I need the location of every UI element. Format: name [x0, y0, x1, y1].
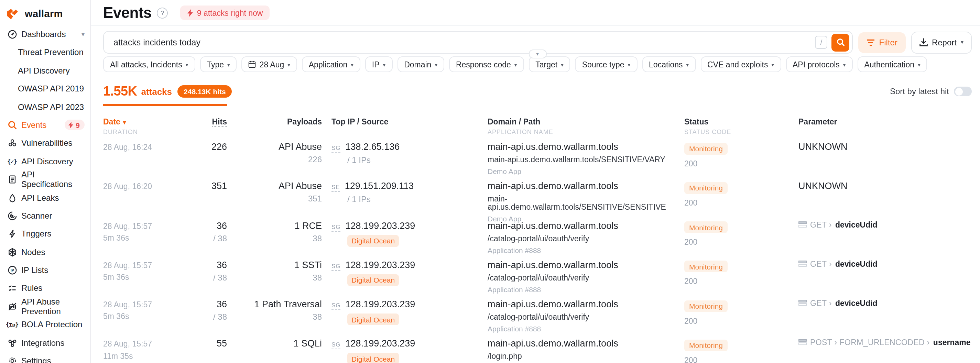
filter-chip[interactable]: Domain▾ [397, 56, 444, 72]
sidebar-item-events[interactable]: Events 9 [7, 118, 90, 132]
source-provider-badge[interactable]: Digital Ocean [347, 235, 399, 247]
param-name[interactable]: username [933, 339, 971, 347]
sidebar-item-settings[interactable]: Settings [7, 354, 90, 363]
sidebar-item-scanner[interactable]: Scanner [7, 209, 90, 223]
param-name[interactable]: UNKNOWN [799, 181, 848, 191]
source-provider-badge[interactable]: Digital Ocean [347, 353, 399, 363]
country-code[interactable]: SG [331, 263, 341, 271]
param-name[interactable]: deviceUdid [835, 299, 878, 307]
country-code[interactable]: SE [331, 184, 340, 192]
target-domain[interactable]: main-api.us.demo.wallarm.tools [488, 220, 684, 231]
filter-button[interactable]: Filter [859, 32, 906, 53]
target-domain[interactable]: main-api.us.demo.wallarm.tools [488, 339, 684, 349]
expand-search-button[interactable]: ▾ [528, 49, 546, 59]
source-ip[interactable]: 138.2.65.136 [345, 142, 400, 152]
param-name[interactable]: UNKNOWN [799, 142, 848, 152]
sidebar-item-ip-lists[interactable]: IP IP Lists [7, 263, 90, 277]
filter-chip[interactable]: Authentication▾ [857, 56, 927, 72]
filter-chip[interactable]: Target▾ [528, 56, 570, 72]
sidebar-item-integrations[interactable]: Integrations [7, 336, 90, 350]
filter-chip-label: Target [535, 60, 557, 68]
sidebar-item-bola-protection[interactable]: {ɪᴅ} BOLA Protection [7, 318, 90, 332]
wallarm-logo[interactable]: wallarm [7, 5, 90, 22]
help-icon[interactable]: ? [157, 7, 168, 18]
filter-chip-label: 28 Aug [259, 60, 284, 68]
filter-chip[interactable]: Source type▾ [575, 56, 637, 72]
column-subheader-status-code: STATUS CODE [684, 129, 799, 135]
source-provider-badge[interactable]: Digital Ocean [347, 314, 399, 325]
column-header-domain: Domain / Path [488, 118, 684, 126]
sidebar-item-api-discovery[interactable]: {✓} API Discovery [7, 154, 90, 168]
column-header-payloads: Payloads [227, 118, 322, 135]
filter-chip[interactable]: Type▾ [200, 56, 237, 72]
filter-chip[interactable]: Application▾ [302, 56, 360, 72]
biohazard-icon [7, 138, 17, 148]
filter-chip[interactable]: Response code▾ [449, 56, 524, 72]
target-domain[interactable]: main-api.us.demo.wallarm.tools [488, 142, 684, 152]
source-ip[interactable]: 128.199.203.239 [345, 220, 415, 231]
country-code[interactable]: SG [331, 223, 341, 231]
sidebar-item-api-specifications[interactable]: API Specifications [7, 173, 90, 186]
target-domain[interactable]: main-api.us.demo.wallarm.tools [488, 181, 684, 191]
filter-chip-label: Authentication [864, 60, 914, 68]
sidebar-item-dashboards[interactable]: Dashboards ▾ [7, 27, 90, 41]
source-ip[interactable]: 128.199.203.239 [345, 339, 415, 349]
source-ip[interactable]: 128.199.203.239 [345, 260, 415, 270]
param-name[interactable]: deviceUdid [835, 220, 878, 229]
request-part-icon [799, 261, 807, 267]
chevron-down-icon: ▾ [383, 62, 386, 68]
request-part-icon [799, 300, 807, 307]
table-row[interactable]: 28 Aug, 15:57 5m 36s 36 / 38 1 RCE 38 SG… [103, 220, 972, 260]
filter-chip[interactable]: API protocols▾ [786, 56, 853, 72]
sidebar-item-api-leaks[interactable]: API Leaks [7, 191, 90, 205]
column-header-date[interactable]: Date▼ [103, 118, 186, 126]
sidebar-item-rules[interactable]: Rules [7, 282, 90, 295]
source-provider-badge[interactable]: Digital Ocean [347, 274, 399, 286]
search-input[interactable] [112, 37, 815, 48]
search-button[interactable] [832, 33, 850, 51]
event-duration: 11m 35s [103, 350, 186, 362]
table-row[interactable]: 28 Aug, 15:57 5m 36s 36 / 38 1 Path Trav… [103, 299, 972, 339]
table-row[interactable]: 28 Aug, 15:57 11m 35s 55 1 SQLi SG 128.1… [103, 339, 972, 363]
country-code[interactable]: SG [331, 302, 341, 310]
hits-badge[interactable]: 248.13K hits [177, 85, 232, 98]
table-row[interactable]: 28 Aug, 15:57 5m 36s 36 / 38 1 SSTi 38 S… [103, 260, 972, 299]
search-box[interactable]: / [103, 31, 853, 54]
status-code: 200 [684, 277, 799, 286]
bot-blocked-icon [7, 301, 17, 312]
target-domain[interactable]: main-api.us.demo.wallarm.tools [488, 260, 684, 270]
source-ip[interactable]: 129.151.209.113 [345, 181, 414, 191]
sidebar-item-threat-prevention[interactable]: Threat Prevention [7, 46, 90, 59]
search-icon [836, 38, 845, 47]
chevron-down-icon[interactable]: ▾ [81, 31, 84, 38]
sidebar-item-owasp-2023[interactable]: OWASP API 2023 [7, 100, 90, 114]
sort-toggle[interactable] [954, 87, 972, 96]
chevron-down-icon: ▾ [288, 62, 290, 68]
chevron-down-icon: ▾ [186, 62, 188, 68]
filter-chip[interactable]: Locations▾ [642, 56, 696, 72]
sidebar-item-triggers[interactable]: Triggers [7, 227, 90, 241]
source-ip[interactable]: 128.199.203.239 [345, 299, 415, 309]
filter-chip[interactable]: CVE and exploits▾ [700, 56, 781, 72]
table-row[interactable]: 28 Aug, 16:20 351 API Abuse 351 SE 129.1… [103, 181, 972, 221]
param-name[interactable]: deviceUdid [835, 260, 878, 268]
table-row[interactable]: 28 Aug, 16:24 226 API Abuse 226 SG 138.2… [103, 142, 972, 181]
target-domain[interactable]: main-api.us.demo.wallarm.tools [488, 299, 684, 309]
payload-count: 226 [227, 155, 322, 164]
country-code[interactable]: SG [331, 341, 341, 350]
column-header-hits[interactable]: Hits [186, 118, 227, 135]
sidebar-item-label: API Discovery [18, 66, 70, 76]
filter-chip[interactable]: 28 Aug▾ [242, 56, 297, 72]
attacks-now-badge[interactable]: 9 attacks right now [181, 5, 270, 20]
sidebar-item-vulnerabilities[interactable]: Vulnerabilities [7, 137, 90, 150]
filter-chip[interactable]: IP▾ [365, 56, 392, 72]
target-path: /catalog-portal/ui/oauth/verify [488, 313, 684, 321]
sidebar-item-api-discovery-dash[interactable]: API Discovery [7, 64, 90, 78]
sidebar-item-owasp-2019[interactable]: OWASP API 2019 [7, 82, 90, 96]
filter-chip[interactable]: All attacks, Incidents▾ [103, 56, 195, 72]
sidebar-item-nodes[interactable]: Nodes [7, 245, 90, 259]
country-code[interactable]: SG [331, 144, 341, 153]
sidebar-item-api-abuse-prevention[interactable]: API Abuse Prevention [7, 300, 90, 314]
filter-chip-label: Locations [649, 60, 682, 68]
report-button[interactable]: Report ▾ [911, 31, 972, 53]
